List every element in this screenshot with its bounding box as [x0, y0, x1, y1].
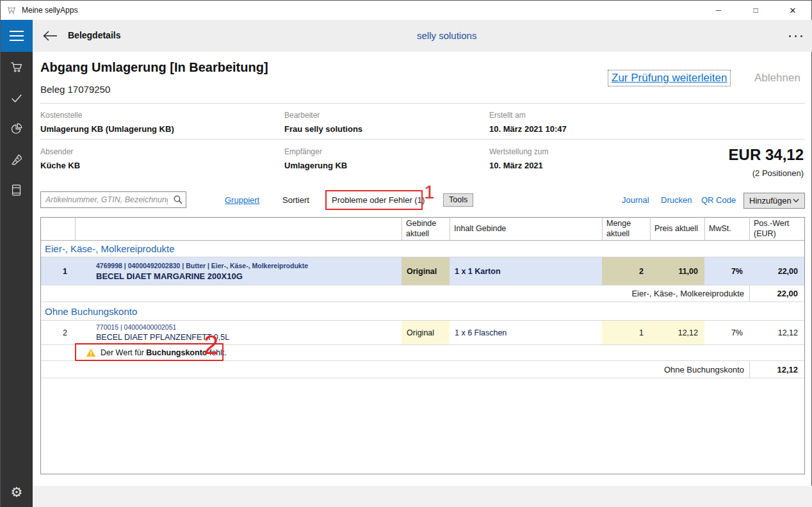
- app-logo-icon: [6, 5, 17, 15]
- sorted-toggle[interactable]: Sortiert: [282, 195, 309, 205]
- footer-strip: [33, 486, 812, 507]
- sidebar-item-menu-plan[interactable]: [1, 147, 33, 172]
- positions-table: Gebinde aktuell Inhalt Gebinde Menge akt…: [40, 217, 805, 474]
- journal-link[interactable]: Journal: [622, 195, 649, 205]
- article-name: BECEL DIAET MARGARINE 200X10G: [96, 271, 243, 281]
- menge-cell[interactable]: 1: [602, 321, 650, 344]
- field-empfaenger: Empfänger Umlagerung KB: [284, 147, 515, 170]
- field-erstellt-am: Erstellt am 10. März 2021 10:47: [489, 111, 720, 134]
- app-window: Meine sellyApps ─ □ ✕ Belegdetails selly…: [0, 0, 812, 507]
- group-subtotal: Ohne Buchungskonto 12,12: [41, 361, 804, 378]
- row-number: 1: [41, 257, 75, 285]
- inhalt-cell[interactable]: 1 x 6 Flaschen: [450, 321, 602, 344]
- group-subtotal: Eier-, Käse-, Molkereiprodukte 22,00: [41, 286, 804, 302]
- cart-icon: [10, 60, 24, 74]
- back-arrow-icon[interactable]: [42, 29, 58, 42]
- row-number: 2: [41, 321, 75, 344]
- gear-icon: ⚙: [11, 485, 23, 500]
- book-icon: [10, 183, 24, 197]
- page-title: Belegdetails: [68, 30, 120, 40]
- sidebar-item-reports[interactable]: [1, 116, 33, 141]
- col-mwst[interactable]: MwSt.: [704, 218, 749, 240]
- sidebar-item-approvals[interactable]: [1, 85, 33, 111]
- search-button[interactable]: [170, 195, 186, 205]
- sidebar: ⚙: [1, 52, 33, 507]
- inhalt-cell[interactable]: 1 x 1 Karton: [450, 257, 602, 285]
- col-preis[interactable]: Preis aktuell: [650, 218, 704, 240]
- add-dropdown-button[interactable]: Hinzufügen: [743, 193, 805, 209]
- search-box: [40, 191, 186, 208]
- search-icon: [173, 195, 183, 205]
- reject-button[interactable]: Ablehnen: [754, 72, 800, 84]
- positions-count: (2 Positionen): [752, 168, 804, 178]
- hamburger-icon: [10, 31, 24, 32]
- group-header: Eier-, Käse-, Molkereiprodukte: [41, 241, 804, 257]
- print-link[interactable]: Drucken: [661, 195, 692, 205]
- mwst-cell: 7%: [704, 321, 749, 344]
- close-button[interactable]: ✕: [774, 1, 811, 20]
- pizza-slice-icon: [10, 152, 24, 166]
- warning-message: Der Wert für Buchungskonto fehlt.: [101, 348, 227, 357]
- col-gebinde[interactable]: Gebinde aktuell: [402, 218, 450, 240]
- annotation-marker-1: 1: [424, 182, 435, 202]
- field-absender: Absender Küche KB: [40, 147, 271, 170]
- warning-icon: [86, 348, 96, 357]
- col-menge[interactable]: Menge aktuell: [602, 218, 650, 240]
- chevron-down-icon: [793, 198, 799, 203]
- check-icon: [10, 91, 24, 105]
- pie-chart-icon: [10, 122, 24, 136]
- preis-cell[interactable]: 11,00: [650, 257, 704, 285]
- document-title: Abgang Umlagerung [In Bearbeitung]: [40, 60, 268, 75]
- wert-cell: 22,00: [749, 257, 804, 285]
- maximize-button[interactable]: □: [737, 1, 774, 20]
- article-name: BECEL DIAET PFLANZENFETT 0,5L: [96, 333, 229, 342]
- divider: [40, 103, 805, 104]
- more-options-icon[interactable]: [789, 35, 802, 37]
- menge-cell[interactable]: 2: [602, 257, 650, 285]
- group-header: Ohne Buchungskonto: [41, 302, 804, 321]
- article-meta: 770015 | 04000400002051: [96, 323, 176, 331]
- validation-warning-row: Der Wert für Buchungskonto fehlt.: [41, 345, 804, 361]
- mwst-cell: 7%: [704, 257, 749, 285]
- problems-filter[interactable]: Probleme oder Fehler (1): [332, 195, 425, 205]
- field-wertstellung: Wertstellung zum 10. März 2021: [489, 147, 720, 170]
- sidebar-item-catalog[interactable]: [1, 177, 33, 203]
- qr-code-link[interactable]: QR Code: [701, 195, 736, 205]
- tools-button[interactable]: Tools: [443, 193, 473, 207]
- brand-title: selly solutions: [417, 30, 476, 41]
- table-header-row: Gebinde aktuell Inhalt Gebinde Menge akt…: [41, 218, 804, 241]
- hamburger-menu-button[interactable]: [1, 20, 33, 52]
- forward-for-review-button[interactable]: Zur Prüfung weiterleiten: [608, 70, 731, 86]
- table-empty-area: [41, 378, 804, 474]
- col-inhalt[interactable]: Inhalt Gebinde: [450, 218, 602, 240]
- field-bearbeiter: Bearbeiter Frau selly solutions: [284, 111, 515, 134]
- search-input[interactable]: [41, 195, 170, 204]
- window-title: Meine sellyApps: [22, 6, 77, 15]
- app-header: Belegdetails selly solutions: [33, 20, 812, 52]
- divider: [40, 139, 805, 140]
- gebinde-cell[interactable]: Original: [402, 321, 450, 344]
- article-cell: 770015 | 04000400002051 BECEL DIAET PFLA…: [75, 321, 402, 344]
- table-row[interactable]: 2 770015 | 04000400002051 BECEL DIAET PF…: [41, 321, 804, 345]
- col-wert[interactable]: Pos.-Wert (EUR): [749, 218, 804, 240]
- article-meta: 4769998 | 04000492002830 | Butter | Eier…: [96, 262, 308, 270]
- gebinde-cell[interactable]: Original: [402, 257, 450, 285]
- document-number: Beleg 17079250: [40, 84, 110, 95]
- preis-cell[interactable]: 12,12: [650, 321, 704, 344]
- field-kostenstelle: Kostenstelle Umlagerung KB (Umlagerung K…: [40, 111, 271, 134]
- grouped-toggle[interactable]: Gruppiert: [225, 195, 259, 205]
- article-cell: 4769998 | 04000492002830 | Butter | Eier…: [75, 257, 402, 285]
- window-controls: ─ □ ✕: [700, 1, 811, 20]
- sidebar-item-cart[interactable]: [1, 54, 33, 80]
- sidebar-item-settings[interactable]: ⚙: [1, 479, 33, 505]
- wert-cell: 12,12: [749, 321, 804, 344]
- total-amount: EUR 34,12: [729, 146, 804, 164]
- minimize-button[interactable]: ─: [700, 1, 737, 20]
- table-row[interactable]: 1 4769998 | 04000492002830 | Butter | Ei…: [41, 257, 804, 286]
- titlebar: Meine sellyApps ─ □ ✕: [1, 1, 811, 20]
